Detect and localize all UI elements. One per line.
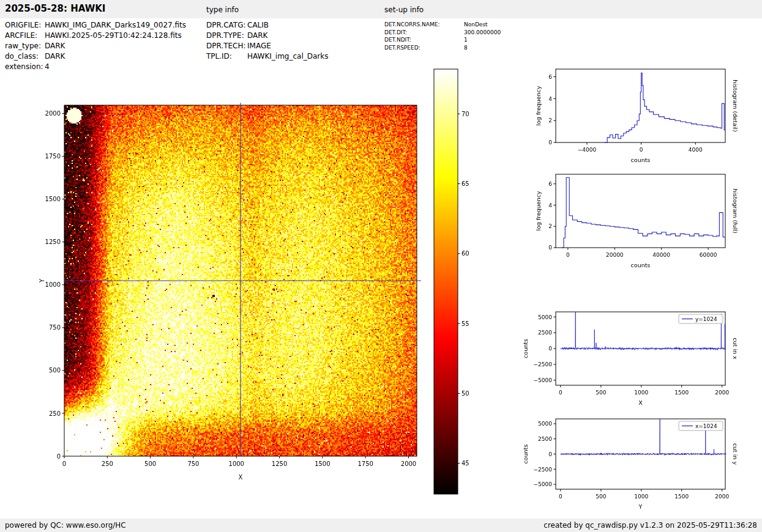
x-tick-label: 500	[144, 460, 156, 467]
y-tick-label: −5000	[534, 377, 553, 383]
y-axis-label: Y	[39, 278, 45, 283]
y-tick-label: 0	[548, 139, 552, 146]
colorbar-tick-label: 45	[461, 460, 469, 467]
x-axis-label: Y	[638, 503, 643, 510]
y-tick-label: 2	[548, 223, 552, 229]
ncorrs-label: DET.NCORRS.NAME:	[384, 21, 464, 29]
info-row-dit: DET.DIT:300.0000000	[384, 29, 501, 37]
x-tick-label: 2000	[401, 460, 416, 467]
x-tick-label: 1000	[229, 460, 244, 467]
right-axis-label: histogram (detail)	[732, 79, 739, 131]
x-tick-label: 40000	[652, 252, 670, 258]
x-tick-label: 750	[187, 460, 199, 467]
x-tick-label: 1500	[315, 460, 330, 467]
rawtype-label: raw_type:	[5, 41, 45, 51]
rspeed-label: DET.RSPEED:	[384, 44, 464, 52]
y-tick-label: 0	[548, 345, 552, 352]
colorbar-tick-label: 60	[461, 250, 469, 257]
x-tick-label: −4000	[578, 147, 597, 153]
right-axis-label: cut in x	[732, 338, 739, 360]
legend-box	[679, 314, 723, 323]
x-tick-label: 1500	[674, 390, 689, 396]
hist-full-axes-box	[556, 174, 725, 248]
hist-full-series	[562, 177, 725, 248]
y-tick-label: −5000	[534, 481, 553, 487]
legend-box	[679, 421, 723, 430]
right-axis-label: cut in y	[732, 443, 739, 465]
arcfile-label: ARCFILE:	[5, 31, 45, 41]
y-tick-label: 1500	[45, 196, 61, 202]
x-tick-label: 1000	[634, 390, 648, 396]
y-tick-label: 1250	[45, 238, 61, 245]
dpr-tech-value: IMAGE	[247, 41, 271, 51]
right-axis-label: histogram (full)	[732, 188, 739, 233]
x-tick-label: 0	[566, 252, 570, 258]
x-tick-label: 250	[102, 460, 113, 467]
x-tick-label: 0	[559, 493, 562, 500]
ndit-label: DET.NDIT:	[384, 36, 464, 44]
setup-info-block: DET.NCORRS.NAME:NonDest DET.DIT:300.0000…	[384, 21, 501, 51]
y-tick-label: 4	[548, 202, 552, 209]
info-row-ndit: DET.NDIT:1	[384, 36, 501, 44]
colorbar-tick-label: 65	[461, 180, 469, 187]
x-tick-label: 2000	[715, 493, 729, 500]
dit-value: 300.0000000	[464, 29, 501, 37]
x-tick-label: 2000	[715, 390, 729, 396]
info-row-dpr-catg: DPR.CATG:CALIB	[206, 20, 329, 31]
legend-label: y=1024	[695, 316, 717, 322]
cut-y-series	[561, 419, 726, 456]
y-tick-label: 6	[548, 74, 552, 80]
y-axis-label: log frequency	[535, 191, 542, 231]
extension-label: extension:	[5, 62, 45, 72]
tpl-id-value: HAWKI_img_cal_Darks	[247, 51, 329, 62]
cut-x-axes-box	[556, 312, 725, 385]
hist-detail-axes-box	[556, 69, 725, 142]
rawtype-value: DARK	[45, 41, 65, 51]
y-tick-label: 2000	[45, 110, 61, 117]
y-tick-label: 0	[548, 451, 552, 457]
colorbar-tick-label: 50	[461, 390, 469, 397]
x-tick-label: 1750	[357, 460, 373, 467]
y-tick-label: 750	[49, 324, 61, 331]
arcfile-value: HAWKI.2025-05-29T10:42:24.128.fits	[45, 31, 182, 41]
x-tick-label: 1500	[674, 493, 689, 500]
dpr-catg-value: CALIB	[247, 20, 269, 31]
file-info-block: ORIGFILE:HAWKI_IMG_DARK_Darks149_0027.fi…	[5, 20, 186, 72]
dpr-type-value: DARK	[247, 31, 267, 41]
origfile-label: ORIGFILE:	[5, 20, 45, 31]
info-row-dpr-tech: DPR.TECH:IMAGE	[206, 41, 329, 51]
info-row-rspeed: DET.RSPEED:8	[384, 44, 501, 52]
footer-bar: powered by QC: www.eso.org/HC created by…	[0, 519, 762, 532]
x-tick-label: 1000	[634, 493, 648, 500]
origfile-value: HAWKI_IMG_DARK_Darks149_0027.fits	[45, 20, 186, 31]
info-row-extension: extension:4	[5, 62, 186, 72]
header-bar: 2025-05-28: HAWKI type info set-up info	[0, 0, 762, 18]
type-info-heading: type info	[206, 6, 239, 14]
dit-label: DET.DIT:	[384, 29, 464, 37]
page-title: 2025-05-28: HAWKI	[5, 3, 105, 14]
ncorrs-value: NonDest	[464, 21, 488, 29]
footer-right-text: created by qc_rawdisp.py v1.2.3 on 2025-…	[543, 521, 757, 530]
setup-info-heading: set-up info	[384, 6, 424, 14]
legend-label: x=1024	[695, 423, 717, 429]
hist-detail-series	[605, 73, 725, 142]
x-axis-label: X	[239, 474, 243, 481]
x-tick-label: 4000	[689, 147, 703, 153]
info-row-tpl-id: TPL.ID:HAWKI_img_cal_Darks	[206, 51, 329, 62]
info-row-origfile: ORIGFILE:HAWKI_IMG_DARK_Darks149_0027.fi…	[5, 20, 186, 31]
y-tick-label: 0	[57, 453, 61, 460]
y-tick-label: 1000	[45, 281, 61, 288]
doclass-value: DARK	[45, 51, 65, 62]
x-tick-label: 500	[596, 493, 606, 500]
dpr-type-label: DPR.TYPE:	[206, 31, 247, 41]
y-tick-label: 2500	[538, 330, 552, 336]
y-tick-label: 0	[548, 245, 552, 251]
y-tick-label: 5000	[538, 314, 552, 320]
x-axis-label: counts	[631, 262, 651, 268]
dark-frame-image	[64, 105, 417, 456]
dpr-tech-label: DPR.TECH:	[206, 41, 247, 51]
x-tick-label: 60000	[700, 252, 717, 258]
info-row-rawtype: raw_type:DARK	[5, 41, 186, 51]
y-axis-label: counts	[522, 445, 529, 464]
y-axis-label: counts	[522, 339, 529, 358]
